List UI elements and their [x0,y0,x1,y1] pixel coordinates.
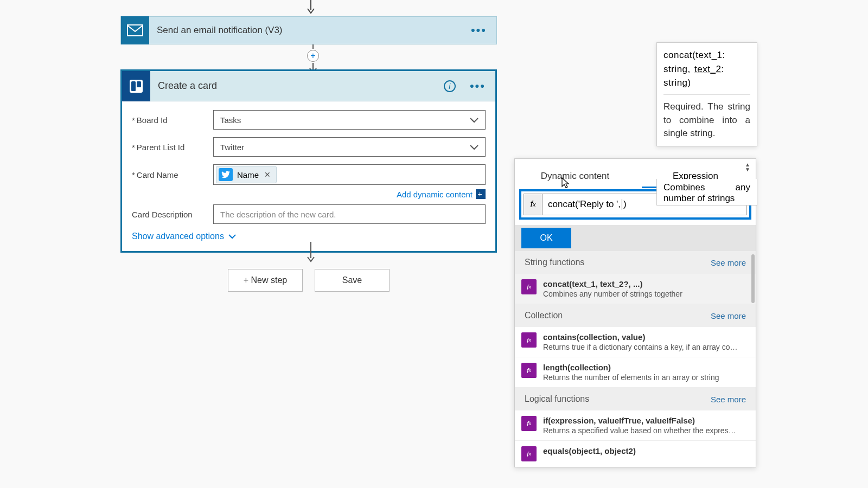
chevron-down-icon [470,115,478,125]
function-signature-tooltip: concat(text_1: string, text_2: string) R… [656,42,757,146]
fx-icon: fx [521,416,537,431]
fn-if[interactable]: fx if(expression, valueIfTrue, valueIfFa… [515,410,756,441]
parent-list-select[interactable]: Twitter [213,137,486,157]
action-card-trello: Create a card i ••• *Board Id Tasks *Par… [120,69,497,253]
add-dynamic-content-link[interactable]: Add dynamic content + [397,189,486,199]
save-button[interactable]: Save [315,269,390,292]
chevron-down-icon [228,234,236,239]
trello-icon [122,71,150,101]
see-more-link[interactable]: See more [711,395,746,404]
plus-icon: + [476,189,486,199]
card-name-input[interactable]: Name ✕ [213,164,486,185]
fx-icon: fx [524,194,542,215]
info-icon[interactable]: i [444,80,456,92]
fx-icon: fx [521,363,537,378]
section-logical-functions: Logical functions See more [515,388,756,410]
token-label: Name [237,170,259,179]
svg-rect-4 [131,81,136,91]
mail-icon [121,16,149,44]
parent-list-label: *Parent List Id [132,143,213,152]
board-id-label: *Board Id [132,115,213,125]
more-icon[interactable]: ••• [471,23,487,37]
ok-button[interactable]: OK [521,228,571,248]
fx-icon: fx [521,446,537,461]
tab-dynamic-content[interactable]: Dynamic content [515,171,635,188]
fx-icon: fx [521,332,537,348]
svg-rect-1 [127,25,143,36]
more-icon[interactable]: ••• [470,79,486,93]
dynamic-token[interactable]: Name ✕ [216,166,277,183]
parent-list-value: Twitter [220,143,244,152]
see-more-link[interactable]: See more [711,258,746,267]
token-remove-icon[interactable]: ✕ [264,170,271,179]
twitter-icon [219,168,233,181]
board-id-value: Tasks [220,115,241,125]
svg-rect-5 [137,81,141,87]
show-advanced-options[interactable]: Show advanced options [132,232,486,241]
scrollbar-thumb[interactable] [751,254,755,303]
add-step-button[interactable]: + [307,50,319,62]
functions-list[interactable]: String functions See more fx concat(text… [515,251,756,467]
fn-concat[interactable]: fx concat(text_1, text_2?, ...) Combines… [515,274,756,304]
board-id-select[interactable]: Tasks [213,110,486,130]
fn-equals[interactable]: fx equals(object1, object2) [515,441,756,467]
trello-title: Create a card [158,80,436,92]
fn-contains[interactable]: fx contains(collection, value) Returns t… [515,327,756,357]
action-card-email[interactable]: Send an email notification (V3) ••• [120,16,497,44]
fn-length[interactable]: fx length(collection) Returns the number… [515,357,756,388]
section-collection: Collection See more [515,304,756,327]
section-string-functions: String functions See more [515,251,756,274]
see-more-link[interactable]: See more [711,311,746,320]
card-description-input[interactable]: The description of the new card. [213,204,486,224]
fx-icon: fx [521,279,537,294]
function-summary-tooltip: Combines any number of strings [656,179,757,206]
chevron-down-icon [470,143,478,152]
spinner-icon[interactable]: ▲▼ [745,162,750,172]
trello-header[interactable]: Create a card i ••• [122,71,495,101]
card-name-label: *Card Name [132,170,213,179]
action-title: Send an email notification (V3) [157,25,463,36]
new-step-button[interactable]: + New step [228,269,303,292]
card-description-label: Card Description [132,210,213,219]
